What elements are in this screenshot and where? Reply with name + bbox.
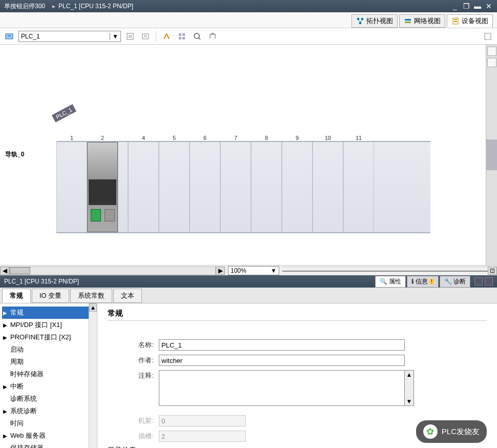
hscroll-track[interactable] <box>9 267 216 275</box>
scroll-up-icon[interactable]: ▲ <box>405 371 413 379</box>
expand-icon[interactable]: ▶ <box>3 433 7 439</box>
tab-topology-view[interactable]: 拓扑视图 <box>351 14 398 28</box>
rack-slot-5[interactable] <box>159 142 190 232</box>
zoom-selector[interactable]: 100% ▼ <box>228 266 279 275</box>
toolbar-separator <box>156 31 156 42</box>
tree-item[interactable]: ▶中断 <box>2 380 95 393</box>
inspector-collapse-button[interactable] <box>474 277 483 286</box>
zoom-slider[interactable] <box>282 267 488 275</box>
slot-number: 4 <box>128 135 159 141</box>
tree-item-label: 时间 <box>10 419 24 428</box>
comment-textarea[interactable] <box>159 370 405 406</box>
slot-number-field <box>159 431 246 442</box>
module-insert-icon[interactable] <box>3 30 15 43</box>
tab-network-label: 网络视图 <box>414 16 441 26</box>
minimize-button[interactable]: _ <box>451 2 459 10</box>
overview-icon[interactable] <box>176 30 188 43</box>
device-selector[interactable]: PLC_1 ▼ <box>18 31 121 42</box>
scroll-down-icon[interactable]: ▼ <box>405 397 413 405</box>
network-icon <box>404 17 412 25</box>
svg-rect-12 <box>179 33 181 36</box>
rack-slot-9[interactable] <box>282 142 313 232</box>
rack-body[interactable] <box>56 141 430 233</box>
wechat-icon: ✿ <box>423 424 438 439</box>
tab-texts[interactable]: 文本 <box>113 289 142 303</box>
inspector-expand-button[interactable] <box>485 277 493 286</box>
fit-view-icon[interactable]: ⊡ <box>488 267 497 275</box>
expand-icon[interactable]: ▶ <box>3 310 7 316</box>
tab-properties[interactable]: 🔍 属性 <box>375 276 406 288</box>
tree-item[interactable]: ▶系统诊断 <box>2 405 95 417</box>
side-tool-2[interactable] <box>487 58 496 67</box>
highlight-icon[interactable] <box>160 30 173 43</box>
tree-item[interactable]: ▶Web 服务器 <box>2 430 95 442</box>
toolbar-right-icon[interactable] <box>482 30 494 43</box>
tree-item[interactable]: 时钟存储器 <box>2 368 95 380</box>
zoom-value: 100% <box>231 267 246 274</box>
cpu-module[interactable] <box>87 142 118 232</box>
svg-rect-6 <box>454 19 457 20</box>
tree-item[interactable]: 时间 <box>2 417 95 430</box>
tree-item-label: 时钟存储器 <box>10 370 44 379</box>
tree-item[interactable]: ▶常规 <box>2 307 95 319</box>
author-input[interactable] <box>159 355 405 366</box>
side-tool-1[interactable] <box>487 47 496 56</box>
device-toolbar: PLC_1 ▼ <box>0 28 497 45</box>
scroll-up-icon[interactable]: ▲ <box>89 303 97 312</box>
expand-icon[interactable]: ▶ <box>3 409 7 414</box>
tree-item-label: 常规 <box>10 308 24 317</box>
restore-button[interactable]: ❐ <box>462 2 470 10</box>
watermark-text: PLC发烧友 <box>442 427 480 437</box>
zoom-icon[interactable] <box>191 30 203 43</box>
save-layout-icon[interactable] <box>206 30 219 43</box>
side-panel-handle[interactable] <box>486 139 497 170</box>
slot-number: 9 <box>282 135 313 141</box>
svg-rect-8 <box>6 34 13 39</box>
scroll-right-icon[interactable]: ▶ <box>216 267 225 275</box>
tree-item[interactable]: 周期 <box>2 356 95 368</box>
close-button[interactable]: ✕ <box>485 2 493 10</box>
tab-network-view[interactable]: 网络视图 <box>399 14 445 28</box>
rack-number-field <box>159 415 246 426</box>
maximize-button[interactable]: ▬ <box>473 2 482 10</box>
tree-scrollbar[interactable]: ▲ ▼ <box>89 303 97 448</box>
rack-slot-7[interactable] <box>220 142 251 232</box>
expand-icon[interactable]: ▶ <box>3 384 7 390</box>
show-addresses-icon[interactable] <box>139 30 152 43</box>
tree-item[interactable]: ▶PROFINET接口 [X2] <box>2 331 95 343</box>
rack-slot-11[interactable] <box>343 142 374 232</box>
slot-number <box>118 135 128 141</box>
tree-item[interactable]: 保持存储器 <box>2 442 95 448</box>
device-canvas[interactable]: PLC_1 导轨_0 1 2 4 5 6 7 8 9 10 11 <box>0 45 497 265</box>
slot-number: 1 <box>56 135 87 141</box>
rack-slot-4[interactable] <box>128 142 159 232</box>
scroll-left-icon[interactable]: ◀ <box>0 267 9 275</box>
breadcrumb-sep-icon: ▸ <box>52 3 55 10</box>
device-selector-value: PLC_1 <box>21 33 40 40</box>
tree-item[interactable]: 诊断系统 <box>2 393 95 405</box>
tab-system-constants[interactable]: 系统常数 <box>70 289 112 303</box>
textarea-scrollbar[interactable]: ▲ ▼ <box>405 370 414 406</box>
info-badge: ! <box>429 279 434 284</box>
tab-general[interactable]: 常规 <box>2 289 31 303</box>
tree-item[interactable]: 启动 <box>2 343 95 356</box>
catalog-section-title: 目录信息 <box>108 446 487 448</box>
tab-device-view[interactable]: 设备视图 <box>447 14 493 28</box>
plc-flag-label[interactable]: PLC_1 <box>52 104 76 123</box>
info-icon: ℹ <box>411 278 414 285</box>
slot-number: 5 <box>159 135 190 141</box>
name-input[interactable] <box>159 339 405 351</box>
rack-slot-8[interactable] <box>251 142 282 232</box>
rack-slot-3[interactable] <box>118 142 128 232</box>
expand-icon[interactable]: ▶ <box>3 335 7 340</box>
rack-slot-6[interactable] <box>190 142 220 232</box>
tab-io-tags[interactable]: IO 变量 <box>32 289 69 303</box>
expand-icon[interactable]: ▶ <box>3 322 7 328</box>
tab-diagnostics[interactable]: 🔧 诊断 <box>440 276 470 288</box>
rack-slot-1[interactable] <box>56 142 87 232</box>
hscroll-thumb[interactable] <box>10 267 30 274</box>
tab-info[interactable]: ℹ 信息 ! <box>407 276 439 288</box>
tree-item[interactable]: ▶MPI/DP 接口 [X1] <box>2 319 95 331</box>
unplugged-modules-icon[interactable] <box>124 30 136 43</box>
rack-slot-10[interactable] <box>313 142 343 232</box>
